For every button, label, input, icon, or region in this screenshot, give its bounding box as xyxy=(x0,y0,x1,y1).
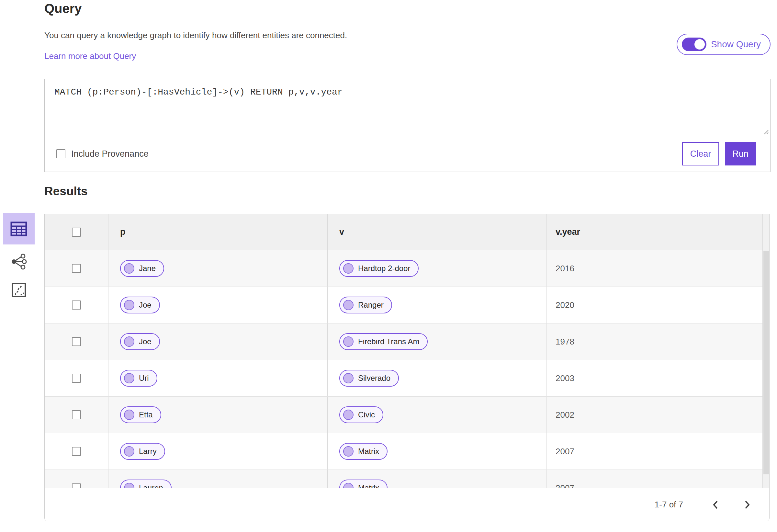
query-panel: MATCH (p:Person)-[:HasVehicle]->(v) RETU… xyxy=(44,79,771,172)
node-icon xyxy=(343,410,353,420)
table-row: Joe Firebird Trans Am 1978 xyxy=(45,323,769,360)
node-icon xyxy=(124,410,134,420)
results-title: Results xyxy=(44,185,88,198)
year-value: 2016 xyxy=(556,263,574,274)
vehicle-node-pill[interactable]: Civic xyxy=(339,406,383,423)
learn-more-link[interactable]: Learn more about Query xyxy=(44,51,136,61)
person-node-pill[interactable]: Uri xyxy=(120,370,157,387)
node-icon xyxy=(343,373,353,384)
vehicle-node-pill[interactable]: Ranger xyxy=(339,297,392,313)
person-node-pill[interactable]: Etta xyxy=(120,406,161,423)
resize-handle-icon[interactable] xyxy=(762,128,769,135)
row-checkbox[interactable] xyxy=(72,447,81,456)
show-query-toggle[interactable]: Show Query xyxy=(677,34,771,55)
column-header-v: v xyxy=(339,227,344,237)
node-icon xyxy=(343,446,353,456)
column-header-vyear: v.year xyxy=(556,227,580,237)
person-node-pill[interactable]: Joe xyxy=(120,333,160,350)
table-view-button[interactable] xyxy=(3,213,35,244)
view-switcher-sidebar xyxy=(3,213,35,302)
include-provenance-label: Include Provenance xyxy=(71,149,148,159)
row-checkbox[interactable] xyxy=(72,301,81,310)
node-icon xyxy=(343,336,353,347)
map-view-icon xyxy=(11,282,26,298)
row-checkbox[interactable] xyxy=(72,337,81,346)
table-row: Larry Matrix 2007 xyxy=(45,433,769,470)
table-body: Jane Hardtop 2-door 2016 Joe Ranger xyxy=(45,250,769,488)
table-row: Etta Civic 2002 xyxy=(45,397,769,433)
include-provenance-checkbox[interactable] xyxy=(56,149,66,158)
show-query-label: Show Query xyxy=(711,39,761,49)
graph-view-button[interactable] xyxy=(3,250,35,273)
node-icon xyxy=(124,373,134,384)
vehicle-node-pill[interactable]: Matrix xyxy=(339,443,387,460)
pagination-next-button[interactable] xyxy=(740,498,754,512)
table-row: Joe Ranger 2020 xyxy=(45,287,769,323)
node-icon xyxy=(343,483,353,488)
year-value: 2002 xyxy=(556,410,574,420)
table-row: Jane Hardtop 2-door 2016 xyxy=(45,250,769,287)
vehicle-node-pill[interactable]: Firebird Trans Am xyxy=(339,333,428,350)
year-value: 2020 xyxy=(556,300,574,310)
person-node-pill[interactable]: Lauren xyxy=(120,480,172,488)
row-checkbox[interactable] xyxy=(72,264,81,273)
person-node-pill[interactable]: Larry xyxy=(120,443,165,460)
node-icon xyxy=(124,446,134,456)
node-icon xyxy=(124,336,134,347)
pagination-prev-button[interactable] xyxy=(708,498,723,512)
toggle-knob xyxy=(694,39,705,49)
query-actions: Clear Run xyxy=(682,142,756,166)
chevron-left-icon xyxy=(712,500,719,510)
run-button[interactable]: Run xyxy=(725,142,756,166)
clear-button[interactable]: Clear xyxy=(682,142,719,166)
row-checkbox[interactable] xyxy=(72,374,81,383)
year-value: 2003 xyxy=(556,374,574,384)
node-icon xyxy=(124,263,134,274)
table-row: Lauren Matrix 2007 xyxy=(45,470,769,488)
column-header-p: p xyxy=(120,227,126,237)
table-header-row: p v v.year xyxy=(45,214,769,250)
table-view-icon xyxy=(10,221,27,236)
node-icon xyxy=(124,300,134,310)
table-row: Uri Silverado 2003 xyxy=(45,360,769,397)
knowledge-graph-query-page: Query You can query a knowledge graph to… xyxy=(0,0,777,532)
table-scrollbar[interactable] xyxy=(762,214,769,488)
query-editor-textarea[interactable]: MATCH (p:Person)-[:HasVehicle]->(v) RETU… xyxy=(45,79,770,136)
vehicle-node-pill[interactable]: Silverado xyxy=(339,370,399,387)
year-value: 1978 xyxy=(556,337,574,347)
toggle-switch-on-icon xyxy=(682,37,706,51)
node-icon xyxy=(124,483,134,488)
node-icon xyxy=(343,300,353,310)
pagination-bar: 1-7 of 7 xyxy=(44,488,770,521)
query-text: MATCH (p:Person)-[:HasVehicle]->(v) RETU… xyxy=(54,87,761,97)
vehicle-node-pill[interactable]: Hardtop 2-door xyxy=(339,260,419,277)
main-content: Query You can query a knowledge graph to… xyxy=(44,0,771,532)
chevron-right-icon xyxy=(744,500,751,510)
node-icon xyxy=(343,263,353,274)
include-provenance-row: Include Provenance xyxy=(56,149,148,159)
results-table: p v v.year Jane Hardtop 2-door 2016 xyxy=(44,214,770,488)
row-checkbox[interactable] xyxy=(72,484,81,488)
query-panel-footer: Include Provenance Clear Run xyxy=(45,136,770,171)
graph-view-icon xyxy=(11,253,27,270)
scrollbar-thumb[interactable] xyxy=(763,251,769,474)
map-view-button[interactable] xyxy=(3,279,35,302)
page-title: Query xyxy=(44,1,82,16)
year-value: 2007 xyxy=(556,483,574,488)
person-node-pill[interactable]: Jane xyxy=(120,260,164,277)
year-value: 2007 xyxy=(556,446,574,456)
select-all-checkbox[interactable] xyxy=(72,228,81,237)
row-checkbox[interactable] xyxy=(72,410,81,419)
query-description: You can query a knowledge graph to ident… xyxy=(44,30,347,40)
person-node-pill[interactable]: Joe xyxy=(120,297,160,313)
pagination-range: 1-7 of 7 xyxy=(655,500,683,510)
vehicle-node-pill[interactable]: Matrix xyxy=(339,480,387,488)
